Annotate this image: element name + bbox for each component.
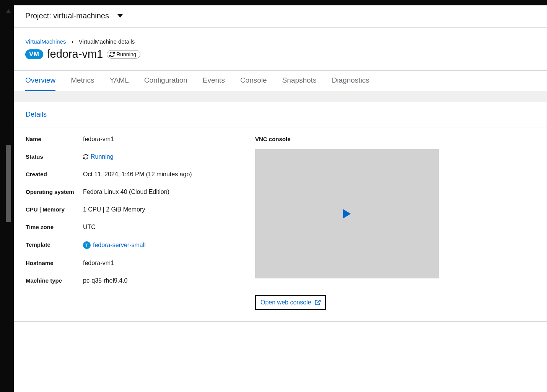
status-pill: Running xyxy=(107,50,140,59)
caret-down-icon xyxy=(117,14,123,18)
project-label: Project: virtual-machines xyxy=(25,11,109,20)
vm-badge: VM xyxy=(25,49,43,59)
value-cpu-memory: 1 CPU | 2 GiB Memory xyxy=(83,206,145,213)
page-title: fedora-vm1 xyxy=(47,48,103,60)
console-column: VNC console Open web console xyxy=(255,136,535,310)
details-card: Details Name fedora-vm1 Status xyxy=(14,102,547,322)
play-icon xyxy=(343,209,351,218)
open-web-console-label: Open web console xyxy=(260,299,311,306)
page-title-row: VM fedora-vm1 Running xyxy=(14,45,547,70)
scrollbar-thumb[interactable] xyxy=(6,145,11,222)
label-created: Created xyxy=(26,171,47,177)
open-web-console-button[interactable]: Open web console xyxy=(255,295,326,310)
label-status: Status xyxy=(26,153,43,160)
tab-configuration[interactable]: Configuration xyxy=(144,71,187,91)
tabs: Overview Metrics YAML Configuration Even… xyxy=(14,70,547,91)
value-timezone: UTC xyxy=(83,224,96,231)
value-os: Fedora Linux 40 (Cloud Edition) xyxy=(83,189,169,195)
tab-metrics[interactable]: Metrics xyxy=(71,71,94,91)
content-area: Details Name fedora-vm1 Status xyxy=(14,91,547,322)
project-selector[interactable]: Project: virtual-machines xyxy=(14,5,547,28)
breadcrumb-current: VirtualMachine details xyxy=(79,38,135,45)
scrollbar-up-arrow[interactable] xyxy=(6,9,11,13)
external-link-icon xyxy=(314,299,321,306)
breadcrumb-link-root[interactable]: VirtualMachines xyxy=(25,38,66,45)
tab-events[interactable]: Events xyxy=(203,71,225,91)
value-name: fedora-vm1 xyxy=(83,136,114,143)
chevron-right-icon: › xyxy=(72,38,73,45)
details-link[interactable]: Details xyxy=(26,111,47,118)
tab-console[interactable]: Console xyxy=(240,71,267,91)
template-badge-icon: T xyxy=(83,241,91,249)
value-machine-type: pc-q35-rhel9.4.0 xyxy=(83,277,128,284)
label-hostname: Hostname xyxy=(26,260,54,266)
card-header: Details xyxy=(14,102,547,127)
details-column: Name fedora-vm1 Status Running xyxy=(26,136,240,310)
vnc-console-label: VNC console xyxy=(255,136,535,142)
tab-yaml[interactable]: YAML xyxy=(109,71,129,91)
breadcrumb: VirtualMachines › VirtualMachine details xyxy=(14,28,547,45)
value-template[interactable]: fedora-server-small xyxy=(93,242,146,249)
label-os: Operating system xyxy=(26,189,74,195)
sync-icon xyxy=(83,154,88,159)
sync-icon xyxy=(109,52,115,57)
label-machine-type: Machine type xyxy=(26,277,62,284)
value-status[interactable]: Running xyxy=(91,153,114,160)
main-panel: Project: virtual-machines VirtualMachine… xyxy=(14,5,547,392)
tab-diagnostics[interactable]: Diagnostics xyxy=(332,71,369,91)
value-created: Oct 11, 2024, 1:46 PM (12 minutes ago) xyxy=(83,171,192,178)
status-pill-text: Running xyxy=(116,51,136,57)
vnc-console-preview[interactable] xyxy=(255,149,439,278)
value-hostname: fedora-vm1 xyxy=(83,260,114,267)
label-timezone: Time zone xyxy=(26,224,54,230)
label-cpu-memory: CPU | Memory xyxy=(26,206,65,213)
tab-snapshots[interactable]: Snapshots xyxy=(282,71,317,91)
label-name: Name xyxy=(26,136,41,142)
label-template: Template xyxy=(26,241,50,248)
tab-overview[interactable]: Overview xyxy=(25,71,55,91)
